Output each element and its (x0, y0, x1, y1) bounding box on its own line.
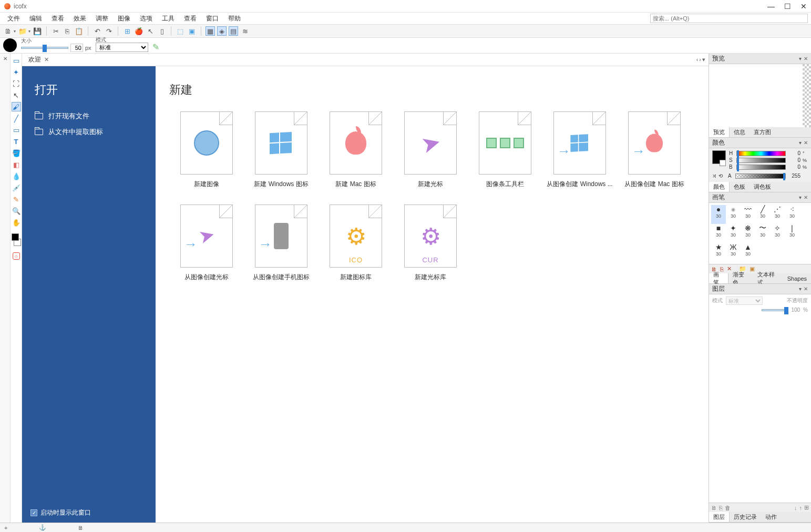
brush-tool[interactable]: 🖌 (12, 102, 21, 111)
color-tab[interactable]: 颜色 (709, 182, 730, 192)
brush-preset[interactable]: 〜30 (755, 224, 770, 243)
brush-preset[interactable]: ▲30 (741, 243, 755, 262)
blur-tool[interactable]: 💧 (12, 171, 21, 181)
extract-from-file[interactable]: 从文件中提取图标 (35, 124, 156, 140)
menu-adjust[interactable]: 调整 (91, 13, 112, 24)
menu-image[interactable]: 图像 (114, 13, 135, 24)
paste-button[interactable]: 📋 (74, 26, 84, 36)
new-image[interactable]: 新建图像 (169, 111, 244, 189)
swatches-tab[interactable]: 色板 (730, 182, 750, 192)
open-file-dropdown[interactable]: ▾ (28, 29, 30, 34)
menu-tools[interactable]: 工具 (158, 13, 179, 24)
startup-checkbox-row[interactable]: ✓ 启动时显示此窗口 (30, 508, 91, 517)
actions-tab[interactable]: 动作 (761, 512, 781, 522)
info-tab[interactable]: 信息 (730, 127, 750, 137)
redo-button[interactable]: ↷ (104, 26, 114, 36)
new-icon-library[interactable]: ⚙ICO 新建图标库 (319, 204, 393, 282)
crop-tool[interactable]: ⛶ (12, 79, 21, 88)
maximize-button[interactable]: ☐ (784, 2, 791, 11)
foreground-color[interactable] (12, 233, 19, 241)
history-tab[interactable]: 历史记录 (730, 512, 761, 522)
layer-up-icon[interactable]: ↑ (799, 505, 803, 511)
brush-preset[interactable]: ❘30 (785, 224, 799, 243)
copy-button[interactable]: ⎘ (63, 26, 72, 36)
capture-button[interactable]: ⬚ (176, 26, 185, 36)
menu-help[interactable]: 帮助 (224, 13, 245, 24)
h-slider[interactable] (736, 151, 786, 156)
mode-select[interactable]: 标准 (96, 43, 148, 52)
brush-preset[interactable]: ■30 (711, 224, 726, 243)
brush-preset[interactable]: Ж30 (726, 243, 741, 262)
mask-toggle-button[interactable]: ◈ (217, 26, 227, 36)
panel-close-icon[interactable]: ✕ (804, 56, 808, 62)
a-slider[interactable] (735, 173, 786, 179)
s-slider[interactable] (736, 158, 786, 163)
panel-close-icon[interactable]: ✕ (804, 195, 808, 200)
layer-del-icon[interactable]: 🗑 (725, 505, 731, 511)
menu-edit[interactable]: 编辑 (25, 13, 46, 24)
hand-tool[interactable]: ✋ (12, 218, 21, 227)
from-image-windows[interactable]: → 从图像创建 Windows ... (542, 111, 617, 189)
palette-tab[interactable]: 调色板 (750, 182, 775, 192)
new-cursor-library[interactable]: ⚙CUR 新建光标库 (393, 204, 468, 282)
brush-preset[interactable]: ⁖30 (785, 205, 799, 224)
apple-icon-button[interactable]: 🍎 (134, 26, 143, 36)
menu-options[interactable]: 选项 (136, 13, 157, 24)
tab-menu-icon[interactable]: ▾ (702, 56, 705, 63)
panel-close-icon[interactable]: ✕ (804, 140, 808, 146)
record-indicator[interactable]: ○ (13, 252, 20, 260)
brush-preview[interactable] (3, 38, 17, 52)
brush-preset[interactable]: ✧30 (770, 224, 785, 243)
menu-view2[interactable]: 查看 (180, 13, 201, 24)
layer-down-icon[interactable]: ↓ (794, 505, 797, 511)
new-file-button[interactable]: 🗎 (3, 26, 13, 36)
textstyle-tab[interactable]: 文本样式 (753, 273, 783, 283)
layer-new-icon[interactable]: 🗎 (711, 505, 717, 511)
panel-menu-icon[interactable]: ▾ (799, 56, 802, 62)
move-tool[interactable]: ↖ (12, 90, 21, 100)
brush-preset[interactable]: ❋30 (741, 224, 755, 243)
cursor-icon-button[interactable]: ↖ (146, 26, 155, 36)
swap-icon[interactable]: ⤭ (712, 173, 716, 179)
wand-tool[interactable]: ✦ (12, 67, 21, 77)
brush-preset[interactable]: ●30 (726, 205, 741, 224)
undo-button[interactable]: ↶ (93, 26, 102, 36)
gradient-tab[interactable]: 渐变色 (728, 273, 753, 283)
save-button[interactable]: 💾 (33, 26, 42, 36)
rect-tool[interactable]: ▭ (12, 125, 21, 135)
from-image-mac[interactable]: → 从图像创建 Mac 图标 (617, 111, 692, 189)
eraser-tool[interactable]: ◧ (12, 160, 21, 169)
close-button[interactable]: ✕ (800, 2, 807, 11)
tab-close-icon[interactable]: ✕ (44, 56, 49, 63)
brush-preset[interactable]: ★30 (711, 243, 726, 262)
phone-icon-button[interactable]: ▯ (157, 26, 167, 36)
color-swatches[interactable] (12, 233, 21, 246)
pencil-tool[interactable]: ✎ (12, 195, 21, 204)
bucket-tool[interactable]: 🪣 (12, 148, 21, 158)
cut-button[interactable]: ✂ (51, 26, 60, 36)
text-tool[interactable]: T (12, 137, 21, 146)
minimize-button[interactable]: — (767, 2, 775, 11)
grid-toggle-button[interactable]: ▦ (206, 26, 215, 36)
b-slider[interactable] (736, 165, 786, 170)
layers-button[interactable]: ≋ (240, 26, 250, 36)
panel-close-icon[interactable]: ✕ (804, 286, 808, 292)
marquee-tool[interactable]: ▭ (12, 56, 21, 65)
layer-merge-icon[interactable]: ⊞ (804, 504, 809, 511)
histogram-tab[interactable]: 直方图 (750, 127, 775, 137)
brush-tab[interactable]: 画笔 (709, 273, 728, 283)
from-image-phone[interactable]: → 从图像创建手机图标 (244, 204, 319, 282)
new-mac-icon[interactable]: 新建 Mac 图标 (319, 111, 393, 189)
brush-del-icon[interactable]: ✕ (727, 265, 732, 272)
new-cursor[interactable]: ➤ 新建光标 (393, 111, 468, 189)
new-image-strip[interactable]: 图像条工具栏 (468, 111, 542, 189)
startup-checkbox[interactable]: ✓ (30, 509, 37, 516)
brush-preset[interactable]: ⋰30 (770, 205, 785, 224)
zoom-tool[interactable]: 🔍 (12, 206, 21, 216)
open-file-button[interactable]: 📁 (18, 26, 27, 36)
color-sub-swatch[interactable] (720, 160, 726, 166)
layers-tab[interactable]: 图层 (709, 512, 730, 522)
new-file-dropdown[interactable]: ▾ (14, 29, 16, 34)
panel-menu-icon[interactable]: ▾ (799, 195, 802, 200)
menu-file[interactable]: 文件 (3, 13, 24, 24)
